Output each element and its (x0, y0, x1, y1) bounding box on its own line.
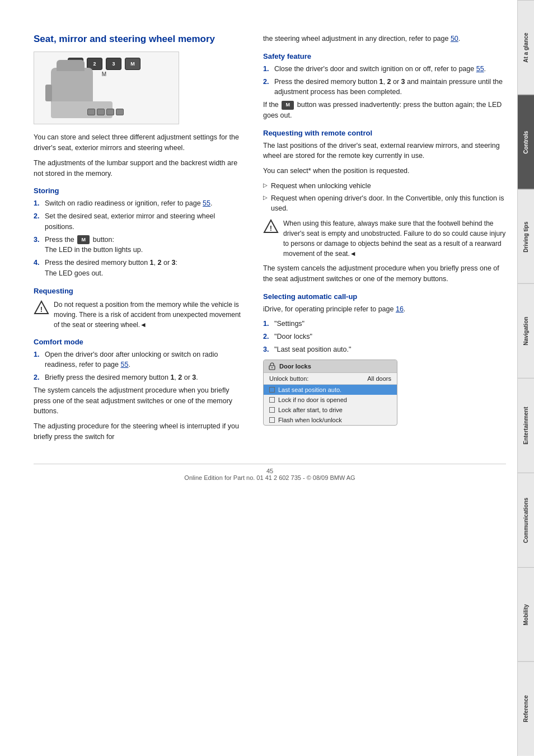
door-locks-header: Door locks (264, 360, 397, 373)
sidebar-tab-navigation[interactable]: Navigation (518, 283, 534, 378)
seat-image: 1 2 3 M 1 2 3 M (34, 52, 179, 124)
requesting-remote-title: Requesting with remote control (263, 129, 506, 137)
checkbox-flash (269, 417, 275, 423)
callup-step-3: 3. "Last seat position auto." (263, 344, 506, 355)
sidebar: At a glance Controls Driving tips Naviga… (517, 0, 534, 756)
mem-btn-m: M (125, 58, 140, 70)
requesting-remote-bullets: Request when unlocking vehicle Request w… (263, 181, 506, 214)
svg-text:!: ! (40, 305, 43, 314)
door-locks-row-flash[interactable]: Flash when lock/unlock (264, 415, 397, 425)
remote-warning-box: ! When using this feature, always make s… (263, 218, 506, 259)
door-locks-row-label-3: Lock after start, to drive (278, 407, 343, 413)
requesting-remote-p2: You can select* when the position is req… (263, 166, 506, 176)
left-column: Seat, mirror and steering wheel memory 1… (34, 34, 246, 447)
door-locks-row-label-2: Lock if no door is opened (278, 396, 347, 403)
storing-step-4: 4. Press the desired memory button 1, 2 … (34, 258, 246, 279)
unlock-label: Unlock button: (269, 375, 308, 382)
door-locks-row-lock-after-start[interactable]: Lock after start, to drive (264, 405, 397, 415)
svg-text:!: ! (270, 224, 272, 232)
m-button-icon-inline: M (282, 101, 294, 110)
checkbox-lock-no-door (269, 397, 275, 403)
callup-step-1: 1. "Settings" (263, 319, 506, 329)
page-footer: 45 Online Edition for Part no. 01 41 2 6… (34, 464, 506, 481)
requesting-warning-box: ! Do not request a position from the mem… (34, 300, 246, 330)
bullet-item-2: Request when opening driver's door. In t… (263, 193, 506, 214)
requesting-warning-text: Do not request a position from the memor… (54, 300, 246, 330)
comfort-mode-title: Comfort mode (34, 338, 246, 346)
intro-p1: You can store and select three different… (34, 132, 246, 153)
footer-text: Online Edition for Part no. 01 41 2 602 … (184, 474, 355, 481)
right-column: the steering wheel adjustment in any dir… (263, 34, 506, 447)
comfort-step-1: 1. Open the driver's door after unlockin… (34, 349, 246, 371)
m-btn-note: If the M button was pressed inadvertentl… (263, 100, 506, 121)
door-locks-unlock-row: Unlock button: All doors (264, 373, 397, 385)
comfort-p1: The system cancels the adjustment proced… (34, 385, 246, 417)
section-title: Seat, mirror and steering wheel memory (34, 34, 246, 45)
page-number: 45 (266, 468, 273, 474)
checkbox-lock-after-start (269, 407, 275, 413)
callup-step-2: 2. "Door locks" (263, 332, 506, 342)
sidebar-tab-mobility[interactable]: Mobility (518, 567, 534, 662)
bullet-item-1: Request when unlocking vehicle (263, 181, 506, 192)
door-locks-row-lock-no-door[interactable]: Lock if no door is opened (264, 395, 397, 405)
storing-title: Storing (34, 186, 246, 195)
door-locks-row-label-4: Flash when lock/unlock (278, 417, 342, 423)
safety-step-2: 2. Press the desired memory button 1, 2 … (263, 77, 506, 98)
door-locks-icon (268, 362, 276, 370)
intro-p2: The adjustments of the lumbar support an… (34, 158, 246, 179)
selecting-auto-callup-title: Selecting automatic call-up (263, 292, 506, 301)
sidebar-tab-at-a-glance[interactable]: At a glance (518, 0, 534, 95)
idrive-intro: iDrive, for operating principle refer to… (263, 304, 506, 315)
door-locks-box: Door locks Unlock button: All doors Last… (263, 360, 397, 426)
door-locks-row-label-1: Last seat position auto. (278, 386, 341, 393)
unlock-value: All doors (367, 375, 391, 382)
storing-step-2: 2. Set the desired seat, exterior mirror… (34, 211, 246, 232)
sidebar-tab-entertainment[interactable]: Entertainment (518, 378, 534, 473)
requesting-remote-p1: The last positions of the driver's seat,… (263, 141, 506, 162)
sidebar-tab-driving-tips[interactable]: Driving tips (518, 189, 534, 284)
remote-warning-text: When using this feature, always make sur… (283, 218, 506, 259)
storing-step-1: 1. Switch on radio readiness or ignition… (34, 198, 246, 209)
warning-triangle-icon: ! (34, 300, 49, 315)
comfort-step-2: 2. Briefly press the desired memory butt… (34, 372, 246, 383)
svg-point-5 (271, 367, 273, 368)
sidebar-tab-communications[interactable]: Communications (518, 473, 534, 567)
remote-warning-triangle-icon: ! (263, 218, 279, 234)
requesting-title: Requesting (34, 287, 246, 295)
sidebar-tab-controls[interactable]: Controls (518, 95, 534, 189)
m-button-icon: M (77, 235, 90, 244)
comfort-p2: The adjusting procedure for the steering… (34, 421, 246, 442)
sidebar-tab-reference[interactable]: Reference (518, 661, 534, 756)
safety-feature-title: Safety feature (263, 52, 506, 60)
remote-system-cancel: The system cancels the adjustment proced… (263, 263, 506, 284)
door-locks-title: Door locks (279, 363, 311, 370)
seat-illustration (51, 68, 124, 118)
right-col-intro: the steering wheel adjustment in any dir… (263, 34, 506, 44)
door-locks-row-last-seat[interactable]: Last seat position auto. (264, 385, 397, 395)
checkbox-last-seat (269, 387, 275, 393)
safety-step-1: 1. Close the driver's door and switch ig… (263, 64, 506, 74)
storing-step-3: 3. Press the M button:The LED in the but… (34, 235, 246, 256)
